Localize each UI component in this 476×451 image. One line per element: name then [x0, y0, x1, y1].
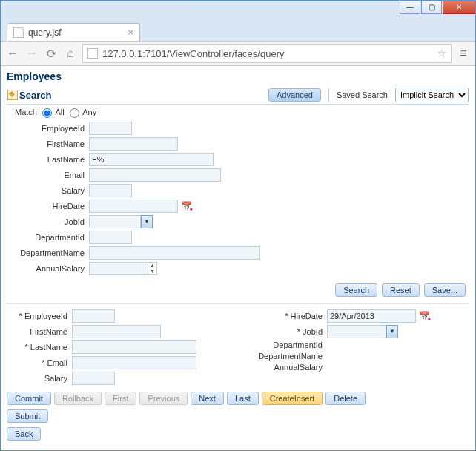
browser-toolbar: ← → ⟳ ⌂ 127.0.0.1:7101/ViewController/fa… — [1, 41, 475, 66]
back-button[interactable]: Back — [7, 427, 41, 441]
page-icon — [87, 48, 98, 59]
last-button[interactable]: Last — [227, 392, 259, 405]
tab-close-icon[interactable]: × — [128, 27, 133, 38]
input-employeeid[interactable] — [89, 122, 132, 135]
search-panel-title: Search — [19, 90, 51, 101]
input-firstname[interactable] — [89, 137, 178, 151]
bookmark-star-icon[interactable]: ☆ — [437, 47, 446, 60]
calendar-icon[interactable] — [181, 200, 193, 212]
label-hiredate: HireDate — [15, 202, 89, 211]
commit-button[interactable]: Commit — [7, 392, 51, 405]
first-button[interactable]: First — [105, 392, 136, 405]
tab-title: query.jsf — [28, 27, 61, 38]
dlabel-departmentid: DepartmentId — [245, 340, 327, 349]
match-row: Match All Any — [7, 105, 469, 119]
dinput-salary[interactable] — [72, 372, 115, 385]
back-icon[interactable]: ← — [5, 47, 20, 60]
match-all-label: All — [55, 108, 64, 116]
spinner-icon[interactable]: ▲▼ — [148, 262, 157, 275]
submit-button[interactable]: Submit — [7, 409, 48, 423]
label-departmentname: DepartmentName — [15, 248, 89, 257]
match-any-label: Any — [82, 108, 96, 116]
search-panel-header: Search Advanced Saved Search Implicit Se… — [7, 86, 469, 105]
reset-button[interactable]: Reset — [382, 283, 420, 297]
dlabel-employeeid: * EmployeeId — [7, 312, 72, 320]
dlabel-departmentname: DepartmentName — [245, 352, 327, 361]
match-all-radio[interactable] — [42, 108, 52, 118]
label-employeeid: EmployeeId — [15, 124, 89, 133]
url-text: 127.0.0.1:7101/ViewController/faces/quer… — [102, 48, 284, 59]
dinput-hiredate[interactable] — [327, 309, 416, 323]
detail-form: * EmployeeId FirstName * LastName * Emai… — [7, 303, 469, 387]
browser-window: — ▢ ✕ query.jsf × ← → ⟳ ⌂ 127.0.0.1:7101… — [0, 0, 476, 451]
menu-icon[interactable]: ≡ — [456, 47, 471, 60]
input-lastname[interactable] — [89, 153, 214, 166]
label-firstname: FirstName — [15, 139, 89, 148]
saved-search-label: Saved Search — [337, 90, 388, 99]
dinput-firstname[interactable] — [72, 325, 161, 338]
save-button[interactable]: Save... — [424, 283, 466, 297]
browser-tabstrip: query.jsf × — [1, 20, 475, 41]
createinsert-button[interactable]: CreateInsert — [262, 392, 323, 405]
input-salary[interactable] — [89, 184, 132, 197]
search-actions: Search Reset Save... — [7, 277, 469, 303]
delete-button[interactable]: Delete — [325, 392, 366, 405]
dinput-employeeid[interactable] — [72, 309, 115, 323]
edit-icon — [7, 90, 18, 100]
record-toolbar: Commit Rollback First Previous Next Last… — [7, 387, 469, 409]
label-salary: Salary — [15, 186, 89, 195]
page-content: Employees Search Advanced Saved Search I… — [1, 66, 475, 450]
dinput-lastname[interactable] — [72, 340, 196, 354]
dlabel-annualsalary: AnnualSalary — [245, 363, 327, 372]
divider — [328, 88, 329, 102]
input-departmentname[interactable] — [89, 246, 260, 260]
address-bar[interactable]: 127.0.0.1:7101/ViewController/faces/quer… — [82, 44, 452, 63]
page-title: Employees — [7, 70, 469, 82]
input-jobid[interactable] — [89, 215, 141, 228]
label-annualsalary: AnnualSalary — [15, 264, 89, 273]
label-departmentid: DepartmentId — [15, 233, 89, 242]
dinput-jobid[interactable] — [327, 325, 386, 338]
search-button[interactable]: Search — [335, 283, 377, 297]
page-icon — [13, 27, 24, 38]
advanced-button[interactable]: Advanced — [268, 88, 321, 102]
match-any-radio[interactable] — [70, 108, 79, 118]
calendar-icon[interactable] — [419, 310, 431, 322]
dinput-email[interactable] — [72, 356, 196, 369]
forward-icon[interactable]: → — [24, 47, 39, 60]
input-annualsalary[interactable] — [89, 262, 148, 275]
browser-tab[interactable]: query.jsf × — [7, 23, 140, 41]
dlabel-salary: Salary — [7, 374, 72, 383]
next-button[interactable]: Next — [191, 392, 224, 405]
search-criteria: EmployeeId FirstName LastName Email Sala… — [7, 122, 469, 275]
search-panel: Search Advanced Saved Search Implicit Se… — [7, 85, 469, 303]
label-email: Email — [15, 171, 89, 180]
input-email[interactable] — [89, 168, 221, 182]
label-jobid: JobId — [15, 217, 89, 226]
match-label: Match — [15, 108, 37, 116]
home-icon[interactable]: ⌂ — [63, 47, 78, 60]
saved-search-select[interactable]: Implicit Search — [395, 88, 469, 102]
input-hiredate[interactable] — [89, 200, 178, 213]
window-close-button[interactable]: ✕ — [443, 1, 475, 14]
window-minimize-button[interactable]: — — [400, 1, 420, 14]
input-departmentid[interactable] — [89, 231, 132, 244]
dlabel-email: * Email — [7, 358, 72, 367]
dlabel-lastname: * LastName — [7, 343, 72, 352]
dlabel-jobid: * JobId — [245, 327, 327, 336]
window-maximize-button[interactable]: ▢ — [421, 1, 442, 14]
dropdown-icon[interactable]: ▼ — [386, 325, 398, 338]
rollback-button[interactable]: Rollback — [54, 392, 102, 405]
dropdown-icon[interactable]: ▼ — [141, 215, 153, 228]
label-lastname: LastName — [15, 155, 89, 164]
window-titlebar: — ▢ ✕ — [1, 1, 475, 20]
dlabel-firstname: FirstName — [7, 327, 72, 336]
reload-icon[interactable]: ⟳ — [44, 47, 59, 61]
previous-button[interactable]: Previous — [139, 392, 188, 405]
dlabel-hiredate: * HireDate — [245, 312, 327, 320]
